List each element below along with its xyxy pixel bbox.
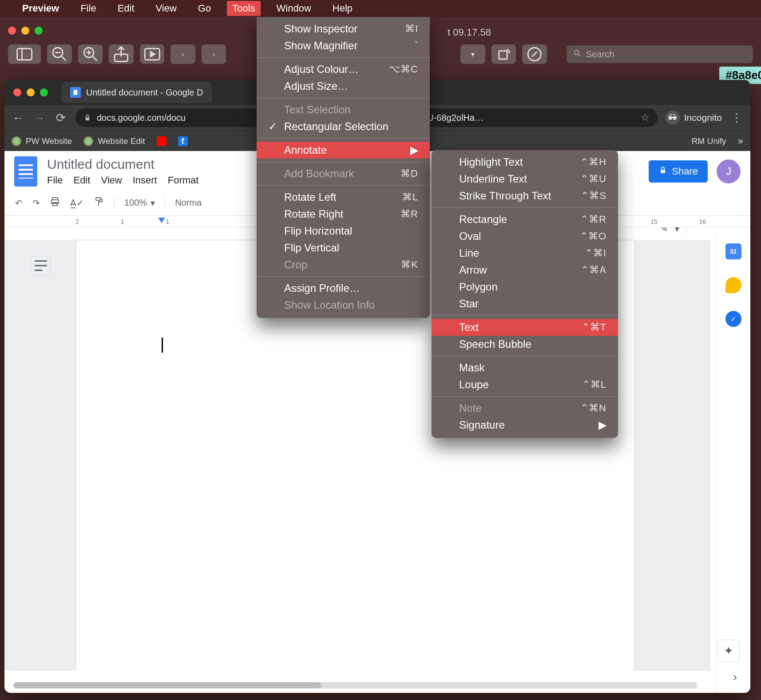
share-button[interactable]: Share [649, 160, 708, 183]
chrome-menu-button[interactable]: ⋮ [730, 111, 743, 124]
svg-rect-12 [53, 203, 57, 206]
annotate-item-arrow[interactable]: Arrow⌃⌘A [432, 262, 618, 278]
incognito-icon: 🕶 [666, 111, 680, 125]
annotate-item-line[interactable]: Line⌃⌘I [432, 245, 618, 262]
annotate-item-mask[interactable]: Mask [432, 359, 618, 376]
keep-icon[interactable] [725, 277, 741, 293]
bookmarks-overflow-icon[interactable]: » [738, 135, 743, 147]
annotate-item-speech-bubble[interactable]: Speech Bubble [432, 336, 618, 353]
zoom-out-button[interactable] [47, 44, 72, 64]
close-button[interactable] [8, 27, 16, 35]
docs-logo-icon[interactable] [14, 156, 37, 187]
undo-button[interactable]: ↶ [15, 198, 23, 208]
bookmark-facebook[interactable]: f [178, 136, 188, 146]
tools-item-show-magnifier[interactable]: Show Magnifier` [257, 37, 430, 54]
browser-tab[interactable]: Untitled document - Google D [61, 82, 212, 103]
url-host: docs.google.com/docu [97, 113, 186, 123]
forward-button[interactable]: → [33, 111, 46, 124]
menu-tools[interactable]: Tools [227, 1, 260, 16]
reload-button[interactable]: ⟳ [54, 111, 67, 124]
tools-item-adjust-size[interactable]: Adjust Size… [257, 78, 430, 95]
outline-toggle-button[interactable] [31, 256, 51, 275]
side-panel-toggle-icon[interactable]: › [733, 670, 737, 684]
spellcheck-button[interactable]: A̲✓ [70, 198, 84, 208]
slideshow-button[interactable] [140, 44, 165, 64]
chrome-close-button[interactable] [13, 88, 21, 96]
bookmark-star-icon[interactable]: ☆ [641, 112, 650, 123]
tools-item-rotate-right[interactable]: Rotate Right⌘R [257, 206, 430, 223]
tools-item-rectangular-selection[interactable]: ✓Rectangular Selection [257, 118, 430, 135]
menu-item-label: Text [459, 321, 575, 334]
leaf-icon [12, 136, 21, 146]
indent-marker-icon[interactable] [158, 218, 165, 223]
tools-item-assign-profile[interactable]: Assign Profile… [257, 280, 430, 297]
annotate-submenu: Highlight Text⌃⌘HUnderline Text⌃⌘UStrike… [432, 150, 618, 438]
bookmark-rm-unify[interactable]: RM Unify [692, 136, 726, 146]
annotate-item-text[interactable]: Text⌃⌘T [432, 319, 618, 336]
paint-format-button[interactable] [94, 196, 104, 209]
style-selector[interactable]: Norma [175, 198, 202, 208]
annotate-item-oval[interactable]: Oval⌃⌘O [432, 228, 618, 245]
annotate-item-underline-text[interactable]: Underline Text⌃⌘U [432, 171, 618, 187]
avatar[interactable]: J [717, 159, 741, 183]
share-button[interactable] [109, 44, 134, 64]
tools-item-flip-vertical[interactable]: Flip Vertical [257, 239, 430, 256]
annotate-item-loupe[interactable]: Loupe⌃⌘L [432, 376, 618, 393]
annotate-item-highlight-text[interactable]: Highlight Text⌃⌘H [432, 154, 618, 171]
menu-item-label: Annotate [284, 144, 395, 156]
menu-window[interactable]: Window [271, 1, 317, 16]
calendar-icon[interactable] [725, 243, 741, 259]
explore-button[interactable]: ✦ [717, 640, 740, 662]
zoom-selector[interactable]: 100%▾ [124, 198, 155, 208]
zoom-in-button[interactable] [78, 44, 103, 64]
minimize-button[interactable] [21, 27, 29, 35]
tools-item-adjust-colour[interactable]: Adjust Colour…⌥⌘C [257, 61, 430, 78]
docs-title[interactable]: Untitled document [47, 157, 198, 172]
sidebar-toggle-button[interactable] [8, 44, 41, 64]
docs-menu-format[interactable]: Format [168, 175, 199, 186]
preview-title-fragment: t 09.17.58 [448, 27, 491, 38]
menu-help[interactable]: Help [327, 1, 358, 16]
menu-separator [257, 138, 430, 139]
menu-go[interactable]: Go [193, 1, 216, 16]
back-button[interactable]: ← [12, 111, 25, 124]
docs-menu-file[interactable]: File [47, 175, 63, 186]
menu-item-label: Show Location Info [284, 299, 412, 311]
preview-search[interactable]: Search [567, 45, 753, 63]
redo-button[interactable]: ↷ [32, 198, 40, 208]
incognito-indicator[interactable]: 🕶 Incognito [666, 111, 722, 125]
docs-menu-edit[interactable]: Edit [73, 175, 90, 186]
highlight-button[interactable]: ▾ [460, 44, 485, 64]
bookmark-youtube[interactable] [157, 136, 166, 146]
print-button[interactable] [50, 196, 60, 209]
tasks-icon[interactable] [725, 311, 741, 327]
next-button[interactable]: › [202, 44, 226, 64]
bookmark-website-edit[interactable]: Website Edit [83, 136, 145, 146]
rotate-button[interactable] [491, 44, 516, 64]
tools-item-rotate-left[interactable]: Rotate Left⌘L [257, 189, 430, 206]
annotate-item-strike-through-text[interactable]: Strike Through Text⌃⌘S [432, 187, 618, 204]
markup-button[interactable] [522, 44, 547, 64]
app-name[interactable]: Preview [17, 1, 64, 16]
menu-file[interactable]: File [75, 1, 101, 16]
docs-menu-view[interactable]: View [101, 175, 122, 186]
zoom-button[interactable] [35, 27, 43, 35]
tools-item-flip-horizontal[interactable]: Flip Horizontal [257, 223, 430, 239]
tools-item-annotate[interactable]: Annotate▶ [257, 142, 430, 159]
horizontal-scrollbar[interactable] [13, 682, 697, 688]
annotate-item-signature[interactable]: Signature▶ [432, 417, 618, 434]
chrome-zoom-button[interactable] [40, 88, 48, 96]
annotate-item-polygon[interactable]: Polygon [432, 278, 618, 295]
prev-button[interactable]: ‹ [170, 44, 195, 64]
menu-shortcut: ⌘R [400, 208, 418, 220]
annotate-item-rectangle[interactable]: Rectangle⌃⌘R [432, 211, 618, 228]
bookmark-pw-website[interactable]: PW Website [12, 136, 72, 146]
docs-menu-insert[interactable]: Insert [133, 175, 157, 186]
annotate-item-star[interactable]: Star [432, 295, 618, 312]
leaf-icon [83, 136, 93, 146]
tools-item-show-inspector[interactable]: Show Inspector⌘I [257, 20, 430, 37]
chrome-minimize-button[interactable] [27, 88, 35, 96]
menu-item-label: Assign Profile… [284, 282, 412, 294]
menu-view[interactable]: View [151, 1, 182, 16]
menu-edit[interactable]: Edit [112, 1, 140, 16]
